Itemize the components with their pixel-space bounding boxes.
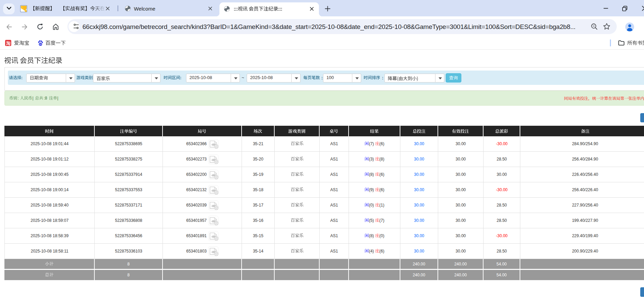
svg-text:du: du [39,43,42,45]
